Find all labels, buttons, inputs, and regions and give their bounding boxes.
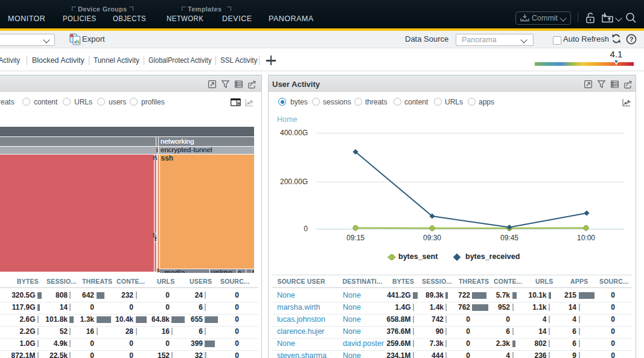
svg-text:?: ? <box>630 36 634 43</box>
